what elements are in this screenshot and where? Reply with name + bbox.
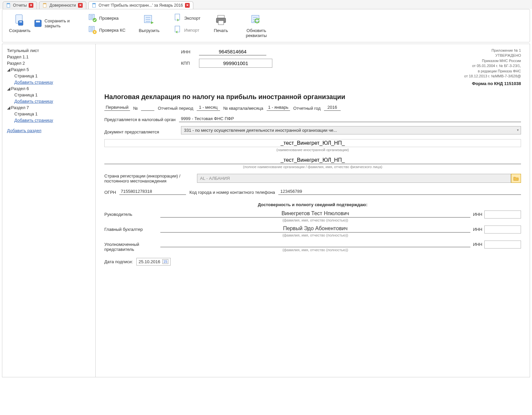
approval-line: Приказом МНС России [464, 58, 521, 63]
org-name-field[interactable] [104, 139, 521, 147]
check-icon [88, 13, 97, 23]
tree-label: Раздел 7 [11, 105, 29, 110]
print-button[interactable]: Печать [214, 13, 228, 38]
export-button[interactable]: Экспорт [173, 13, 201, 23]
signature-title: Достоверность и полноту сведений подтвер… [104, 202, 521, 207]
num-field[interactable] [141, 110, 154, 111]
upload-icon [142, 13, 156, 27]
add-page-link[interactable]: Добавить страницу [14, 98, 91, 104]
section-tree: Титульный лист Раздел 1.1 Раздел 2 ◢Разд… [2, 44, 96, 377]
doc-place-select[interactable]: 331 - по месту осуществления деятельност… [181, 126, 521, 134]
tree-section-6[interactable]: ◢Раздел 6 [7, 85, 91, 92]
sign-date-field[interactable]: 25.10.2016 15 [136, 258, 171, 266]
inn-field[interactable] [199, 48, 266, 55]
save-icon [13, 13, 26, 27]
chevron-down-icon[interactable]: ◢ [7, 86, 11, 91]
head-inn-field[interactable] [484, 211, 521, 219]
accountant-role-label: Главный бухгалтер [104, 226, 158, 232]
approval-line: Приложение № 1 [464, 48, 521, 53]
approval-line: в редакции Приказа ФНС [464, 69, 521, 74]
check-ks-button[interactable]: Проверка КС [88, 25, 126, 35]
svg-rect-8 [19, 21, 22, 22]
head-role-label: Руководитель [104, 211, 158, 217]
chevron-down-icon[interactable]: ◢ [7, 67, 11, 72]
tree-section-2[interactable]: Раздел 2 [7, 60, 91, 66]
phone-field[interactable]: 123456789 [278, 189, 521, 195]
country-field[interactable] [197, 174, 511, 183]
org-fullname-field[interactable] [104, 156, 521, 164]
tree-title-page[interactable]: Титульный лист [7, 47, 91, 54]
refresh-button[interactable]: Обновить реквизиты [241, 13, 271, 38]
tab-label: Отчеты [13, 3, 27, 8]
period-field[interactable]: 1 - месяц [197, 105, 220, 111]
representative-name-field[interactable] [160, 241, 470, 247]
representative-inn-field[interactable] [484, 241, 521, 249]
tree-page[interactable]: Страница 1 [14, 111, 91, 117]
save-button[interactable]: Сохранить [9, 13, 31, 33]
tax-office-field[interactable]: 9999 - Тестовая ФНС ПФР [179, 116, 521, 122]
tool-label: Печать [214, 28, 228, 33]
date-value: 25.10.2016 [139, 259, 160, 264]
tree-label: Раздел 5 [11, 67, 29, 72]
tab-current-report[interactable]: Отчет 'Прибыль иностранн...' за Январь 2… [88, 1, 193, 9]
tree-page[interactable]: Страница 1 [14, 92, 91, 98]
add-page-link[interactable]: Добавить страницу [14, 117, 91, 123]
quarter-field[interactable]: 1 - январь [267, 105, 290, 111]
fio-hint: (фамилия, имя, отчество (полностью)) [160, 233, 470, 237]
accountant-inn-field[interactable] [484, 226, 521, 234]
svg-rect-1 [7, 3, 10, 4]
country-label: Страна регистрации (инкорпорации) / пост… [104, 173, 194, 183]
org-name-hint: (наименование иностранной организации) [104, 148, 521, 152]
tree-section-5[interactable]: ◢Раздел 5 [7, 66, 91, 73]
calendar-icon[interactable]: 15 [162, 259, 168, 264]
country-browse-button[interactable] [511, 174, 521, 183]
head-name-field[interactable]: Винегретов Тест Нпюлович [160, 211, 470, 218]
inn-label: ИНН [473, 212, 482, 217]
year-field[interactable]: 2016 [324, 105, 341, 111]
refresh-icon [250, 13, 263, 27]
svg-rect-10 [36, 21, 40, 22]
doc-kind-field[interactable]: Первичный [104, 105, 130, 111]
close-icon[interactable]: ✕ [29, 3, 33, 8]
add-section-link[interactable]: Добавить раздел [7, 127, 91, 134]
chevron-down-icon[interactable]: ◢ [7, 105, 11, 110]
save-close-icon [33, 19, 43, 28]
svg-rect-19 [218, 15, 224, 18]
tool-label: Сохранить и закрыть [45, 18, 75, 28]
document-tabs: Отчеты ✕ Доверенности ✕ Отчет 'Прибыль и… [0, 0, 532, 9]
svg-rect-5 [93, 3, 96, 4]
ogrn-label: ОГРН [104, 190, 116, 195]
tree-section-1-1[interactable]: Раздел 1.1 [7, 54, 91, 60]
inn-label: ИНН [181, 49, 194, 54]
tab-reports[interactable]: Отчеты ✕ [3, 1, 37, 9]
approval-block: Приложение № 1 УТВЕРЖДЕНО Приказом МНС Р… [464, 48, 521, 87]
close-icon[interactable]: ✕ [185, 3, 190, 8]
org-fullname-hint: (полное наименование организации / фамил… [104, 165, 521, 169]
doc-icon [43, 3, 47, 8]
sign-date-label: Дата подписи: [104, 259, 133, 264]
add-page-link[interactable]: Добавить страницу [14, 79, 91, 85]
tree-section-7[interactable]: ◢Раздел 7 [7, 104, 91, 111]
form-code: Форма по КНД 1151038 [464, 81, 521, 87]
save-close-button[interactable]: Сохранить и закрыть [33, 18, 75, 28]
tool-label: Сохранить [9, 28, 31, 33]
toolbar: Сохранить Сохранить и закрыть Проверка П… [2, 9, 530, 42]
approval-line: УТВЕРЖДЕНО [464, 53, 521, 58]
tool-label: Экспорт [184, 16, 201, 21]
accountant-name-field[interactable]: Первый Эдо Абонентович [160, 226, 470, 233]
upload-button[interactable]: Выгрузить [139, 13, 159, 38]
doc-icon [6, 3, 11, 8]
ogrn-field[interactable]: 7155801278318 [119, 189, 186, 195]
submit-label: Представляется в налоговый орган [104, 117, 176, 122]
num-label: № [133, 106, 138, 111]
check-button[interactable]: Проверка [88, 13, 126, 23]
fio-hint: (фамилия, имя, отчество (полностью)) [160, 248, 470, 252]
kpp-field[interactable] [199, 59, 272, 68]
import-button[interactable]: Импорт [173, 25, 201, 35]
tree-page[interactable]: Страница 1 [14, 73, 91, 79]
close-icon[interactable]: ✕ [78, 3, 83, 8]
year-label: Отчетный год [293, 106, 321, 111]
tab-authorizations[interactable]: Доверенности ✕ [39, 1, 86, 9]
approval-line: от 05.01.2004 г. № БГ-3-23/1, [464, 63, 521, 68]
inn-label: ИНН [473, 227, 482, 232]
